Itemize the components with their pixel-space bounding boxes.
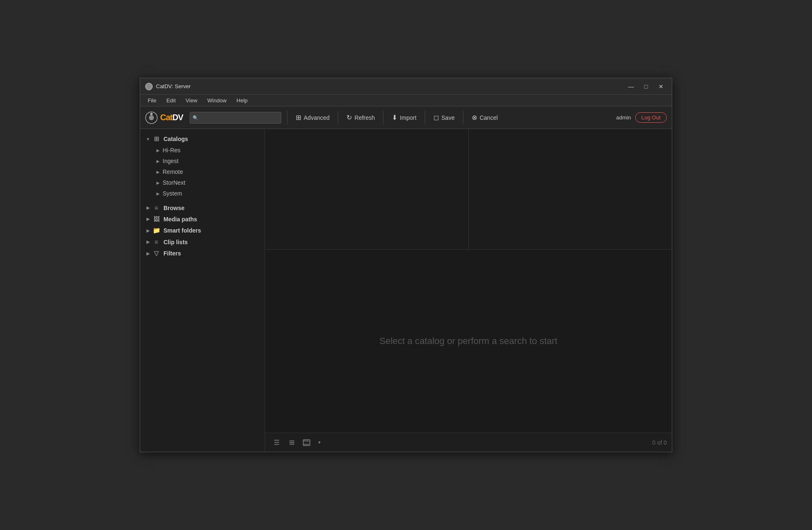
close-button[interactable]: ✕ xyxy=(655,82,667,91)
toolbar-separator-4 xyxy=(425,111,425,124)
remote-arrow xyxy=(155,169,161,175)
sidebar-item-catalogs[interactable]: ⊞ Catalogs xyxy=(140,133,265,145)
cancel-button[interactable]: ⊗ Cancel xyxy=(466,110,504,125)
toolbar-separator-2 xyxy=(338,111,338,124)
sidebar-item-remote[interactable]: Remote xyxy=(140,166,265,177)
app-icon xyxy=(145,83,153,90)
import-icon: ⬇ xyxy=(392,114,397,121)
sidebar-item-media-paths[interactable]: 🖼 Media paths xyxy=(140,213,265,225)
filters-icon: ▽ xyxy=(153,250,160,257)
system-label: System xyxy=(163,190,182,197)
filters-arrow xyxy=(145,250,151,256)
main-area: ⊞ Catalogs Hi-Res Ingest Remote St xyxy=(140,129,672,452)
user-label: admin xyxy=(616,114,631,121)
media-paths-icon: 🖼 xyxy=(153,215,160,223)
maximize-button[interactable]: □ xyxy=(640,82,652,91)
sidebar-item-system[interactable]: System xyxy=(140,188,265,199)
content-main: Select a catalog or perform a search to … xyxy=(265,250,672,433)
minimize-button[interactable]: — xyxy=(625,82,637,91)
film-view-button[interactable] xyxy=(300,436,313,449)
smart-folders-label: Smart folders xyxy=(163,227,201,234)
menu-help[interactable]: Help xyxy=(233,97,252,104)
content-area: Select a catalog or perform a search to … xyxy=(265,129,672,452)
toolbar-separator-1 xyxy=(287,111,287,124)
cancel-icon: ⊗ xyxy=(472,114,477,121)
sidebar-item-hi-res[interactable]: Hi-Res xyxy=(140,145,265,156)
grid-view-button[interactable]: ⊞ xyxy=(285,436,298,449)
logo: CatDV xyxy=(145,111,183,124)
refresh-label: Refresh xyxy=(354,114,375,121)
hi-res-label: Hi-Res xyxy=(163,147,181,154)
refresh-button[interactable]: ↻ Refresh xyxy=(341,110,381,125)
advanced-icon: ⊞ xyxy=(296,114,301,121)
sidebar-item-clip-lists[interactable]: ≡ Clip lists xyxy=(140,236,265,248)
window-controls: — □ ✕ xyxy=(625,82,667,91)
advanced-button[interactable]: ⊞ Advanced xyxy=(290,110,335,125)
preview-row xyxy=(265,129,672,250)
menu-view[interactable]: View xyxy=(181,97,201,104)
stornext-arrow xyxy=(155,180,161,186)
toolbar-separator-3 xyxy=(383,111,384,124)
menubar: File Edit View Window Help xyxy=(140,95,672,106)
refresh-icon: ↻ xyxy=(347,114,352,121)
sidebar: ⊞ Catalogs Hi-Res Ingest Remote St xyxy=(140,129,265,452)
count-label: 0 of 0 xyxy=(652,439,667,446)
svg-rect-6 xyxy=(303,441,310,441)
logo-text: CatDV xyxy=(160,113,183,122)
advanced-label: Advanced xyxy=(304,114,329,121)
import-label: Import xyxy=(400,114,416,121)
window-title: CatDV: Server xyxy=(156,83,625,89)
browse-arrow xyxy=(145,205,151,211)
browse-label: Browse xyxy=(163,205,185,211)
svg-rect-7 xyxy=(303,444,310,444)
ingest-label: Ingest xyxy=(163,158,178,164)
clip-lists-label: Clip lists xyxy=(163,239,188,245)
media-paths-label: Media paths xyxy=(163,216,197,223)
svg-rect-8 xyxy=(304,440,304,441)
bottom-bar: ☰ ⊞ xyxy=(265,433,672,452)
svg-rect-13 xyxy=(307,444,308,446)
view-dropdown-button[interactable]: ▾ xyxy=(315,436,324,449)
svg-point-4 xyxy=(150,113,153,115)
smart-folders-arrow xyxy=(145,228,151,233)
toolbar-separator-5 xyxy=(463,111,463,124)
stornext-label: StorNext xyxy=(163,179,185,186)
clip-lists-arrow xyxy=(145,239,151,245)
save-label: Save xyxy=(441,114,455,121)
svg-rect-12 xyxy=(306,444,306,446)
svg-rect-10 xyxy=(307,440,308,441)
clip-lists-icon: ≡ xyxy=(153,238,160,245)
sidebar-item-browse[interactable]: ≡ Browse xyxy=(140,202,265,213)
sidebar-item-filters[interactable]: ▽ Filters xyxy=(140,248,265,259)
media-paths-arrow xyxy=(145,216,151,222)
sidebar-item-stornext[interactable]: StorNext xyxy=(140,177,265,188)
sidebar-item-ingest[interactable]: Ingest xyxy=(140,156,265,166)
menu-edit[interactable]: Edit xyxy=(162,97,180,104)
application-window: CatDV: Server — □ ✕ File Edit View Windo… xyxy=(140,78,672,452)
logout-button[interactable]: Log Out xyxy=(635,112,667,123)
svg-point-1 xyxy=(147,85,151,88)
system-arrow xyxy=(155,191,161,196)
toolbar: CatDV ⊞ Advanced ↻ Refresh ⬇ Import xyxy=(140,106,672,129)
hi-res-arrow xyxy=(155,147,161,153)
import-button[interactable]: ⬇ Import xyxy=(386,110,422,125)
catalogs-arrow xyxy=(145,136,151,142)
save-icon: ◻ xyxy=(433,114,439,121)
remote-label: Remote xyxy=(163,168,183,175)
menu-file[interactable]: File xyxy=(144,97,161,104)
menu-window[interactable]: Window xyxy=(203,97,230,104)
titlebar: CatDV: Server — □ ✕ xyxy=(140,78,672,95)
cancel-label: Cancel xyxy=(480,114,498,121)
preview-panel-right xyxy=(469,129,672,249)
preview-panel-left xyxy=(265,129,469,249)
svg-point-3 xyxy=(149,115,154,120)
sidebar-item-smart-folders[interactable]: 📁 Smart folders xyxy=(140,225,265,236)
save-button[interactable]: ◻ Save xyxy=(428,110,460,125)
catalogs-icon: ⊞ xyxy=(153,135,160,143)
empty-message: Select a catalog or perform a search to … xyxy=(379,336,557,347)
toolbar-right: admin Log Out xyxy=(616,112,667,123)
list-view-button[interactable]: ☰ xyxy=(270,436,283,449)
filters-label: Filters xyxy=(163,250,181,257)
search-input[interactable] xyxy=(190,112,281,124)
view-buttons: ☰ ⊞ xyxy=(270,436,324,449)
